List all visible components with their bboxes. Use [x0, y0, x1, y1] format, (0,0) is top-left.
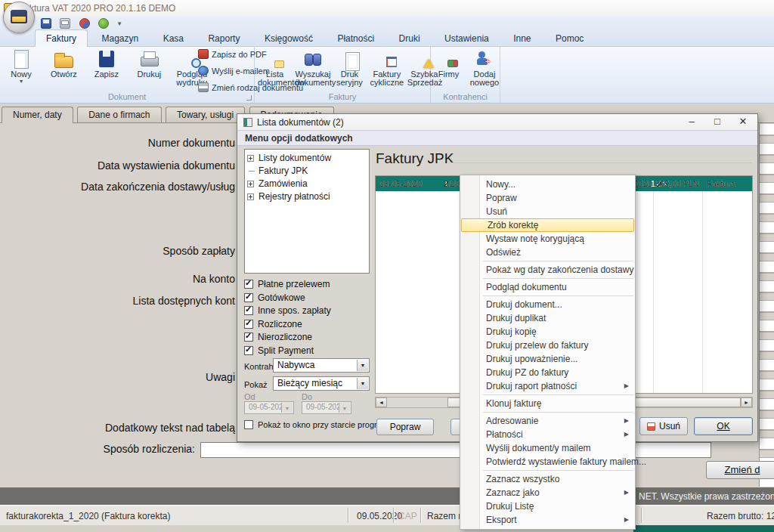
context-menu-item[interactable]: Eksport ▶ [460, 513, 635, 527]
submenu-arrow-icon: ▶ [624, 428, 629, 441]
qat-update-icon[interactable] [98, 18, 109, 29]
ribbon-button[interactable]: Dodaj nowego [468, 48, 500, 88]
ribbon-button[interactable]: Nowy ▾ [2, 48, 41, 85]
context-menu-item[interactable]: Drukuj duplikat ▶ [460, 311, 635, 325]
kontrahent-combo[interactable]: Nabywca ▼ [273, 358, 370, 373]
context-menu-item[interactable]: Nowy... ▶ [460, 178, 635, 191]
tree-item[interactable]: Listy dokumentów [245, 152, 369, 165]
filter-checkbox[interactable]: Płatne przelewem [244, 279, 373, 292]
popraw-button[interactable]: Popraw [376, 419, 434, 435]
checkbox-icon[interactable] [244, 280, 253, 289]
ribbon-tab[interactable]: Ustawienia [434, 30, 500, 48]
ribbon-button[interactable]: Firmy [432, 48, 465, 79]
app-menu-orb[interactable] [3, 2, 35, 33]
context-menu-item[interactable]: Drukuj Listę ▶ [460, 500, 635, 513]
ribbon-tab-strip: ▾ Faktury Magazyn Kasa Raporty Księgowoś… [0, 17, 774, 47]
status-separator [641, 508, 642, 523]
companies-icon [439, 49, 459, 69]
ribbon-button[interactable]: Lista dokumentów [258, 48, 292, 88]
context-menu-item[interactable]: Drukuj PZ do faktury ▶ [460, 366, 635, 379]
tree-item[interactable]: Rejestry płatności [245, 190, 369, 203]
ribbon-tab[interactable]: Płatności [327, 30, 385, 48]
checkbox-icon[interactable] [244, 420, 253, 429]
qat-save-icon[interactable] [41, 18, 51, 29]
filter-checkbox[interactable]: Inne spos. zapłaty [244, 305, 373, 319]
ok-button[interactable]: OK [694, 417, 753, 435]
ribbon-tab[interactable]: Księgowość [254, 30, 324, 48]
ribbon-button[interactable]: Zapisz ▾ [87, 48, 126, 79]
tree-item[interactable]: Faktury JPK [245, 165, 369, 178]
context-menu-item[interactable]: Drukuj kopię ▶ [460, 325, 635, 339]
ribbon-button[interactable]: Druk seryjny [333, 48, 367, 88]
checkbox-icon[interactable] [244, 293, 253, 302]
qat-print-icon[interactable] [60, 18, 70, 29]
context-menu-item[interactable]: Wyślij dokument/y mailem ▶ [460, 441, 635, 455]
context-menu-item[interactable]: Płatności ▶ [460, 428, 635, 441]
form-label: Data wystawienia dokumentu [98, 159, 235, 172]
context-menu-item[interactable]: Drukuj upoważnienie... ▶ [460, 352, 635, 366]
context-menu-item[interactable]: Klonuj fakturę ▶ [460, 397, 635, 410]
filter-checkbox[interactable]: Nierozliczone [244, 332, 373, 345]
ribbon-button[interactable]: Otwórz ▾ [44, 48, 83, 79]
ribbon-tab[interactable]: Faktury [35, 29, 88, 47]
usun-button[interactable]: Usuń [639, 417, 688, 435]
ribbon-tab[interactable]: Inne [503, 30, 541, 48]
status-razem-brutto: Razem brutto: 1230 [707, 511, 774, 521]
context-menu-item[interactable]: Odśwież ▶ [460, 246, 635, 259]
pokaz-combo[interactable]: Bieżący miesiąc ▼ [273, 376, 370, 391]
qat-customize-icon[interactable]: ▾ [118, 18, 128, 29]
context-menu-item[interactable]: Usuń ▶ [460, 205, 635, 218]
qat-badge-icon[interactable] [79, 18, 90, 29]
close-button[interactable]: ✕ [730, 114, 756, 130]
context-menu-item[interactable]: Drukuj przelew do faktury ▶ [460, 339, 635, 352]
checkbox-icon[interactable] [244, 320, 253, 329]
context-menu-item[interactable]: Drukuj raport płatności ▶ [460, 379, 635, 393]
ribbon-tab[interactable]: Pomoc [545, 30, 594, 48]
context-menu-item[interactable]: Zaznacz jako ▶ [460, 486, 635, 500]
document-tab[interactable]: Dane o firmach [77, 107, 161, 122]
dialog-launcher-icon[interactable] [246, 95, 252, 101]
context-menu-item[interactable]: Zrób korektę ▶ [461, 218, 634, 232]
context-menu-item[interactable]: Podgląd dokumentu ▶ [460, 280, 635, 294]
startup-checkbox[interactable]: Pokaż to okno przy starcie programu [244, 420, 393, 434]
checkbox-icon[interactable] [244, 306, 253, 315]
tree-expand-icon[interactable] [247, 181, 254, 187]
dialog-title-bar[interactable]: Lista dokumentów (2) – □ ✕ [237, 114, 757, 131]
ribbon-tab[interactable]: Raporty [197, 30, 250, 48]
context-menu-item[interactable]: Popraw ▶ [460, 191, 635, 205]
binoculars-icon [302, 49, 322, 69]
context-menu-item[interactable]: Adresowanie ▶ [460, 414, 635, 428]
tree-expand-icon[interactable] [247, 155, 254, 162]
document-tab[interactable]: Numer, daty [2, 107, 73, 123]
document-tab[interactable]: Towary, usługi [166, 107, 245, 122]
scroll-right-icon[interactable]: ► [741, 397, 752, 407]
dialog-menu-bar: Menu opcji dodatkowych [237, 131, 757, 146]
zmien-button[interactable]: Zmień d [706, 461, 774, 479]
ribbon-tab[interactable]: Kasa [153, 30, 194, 48]
filter-checkbox[interactable]: Split Payment [244, 345, 373, 359]
filter-checkbox[interactable]: Gotówkowe [244, 292, 373, 306]
chevron-down-icon[interactable]: ▼ [357, 378, 368, 389]
tree-item[interactable]: Zamówienia [245, 178, 369, 190]
context-menu-item[interactable]: Potwierdź wystawienie faktury mailem... … [460, 455, 635, 469]
heading-rule [447, 162, 752, 163]
checkbox-icon[interactable] [244, 346, 253, 355]
ribbon-button[interactable]: Drukuj ▾ [129, 48, 169, 79]
menu-opcji-dodatkowych[interactable]: Menu opcji dodatkowych [245, 133, 353, 144]
tree-expand-icon[interactable] [247, 193, 254, 200]
ribbon-button[interactable]: Faktury cykliczne [370, 48, 404, 88]
checkbox-icon[interactable] [244, 332, 253, 342]
maximize-button[interactable]: □ [704, 114, 730, 130]
filter-checkbox[interactable]: Rozliczone [244, 319, 373, 332]
ribbon-tab[interactable]: Druki [389, 30, 431, 48]
form-label: Data zakończenia dostawy/usług [81, 181, 235, 193]
ribbon-tab[interactable]: Magazyn [91, 30, 149, 48]
context-menu-item[interactable]: Drukuj dokument... ▶ [460, 298, 635, 311]
scroll-left-icon[interactable]: ◄ [376, 397, 387, 407]
context-menu-item[interactable]: Zaznacz wszystko ▶ [460, 472, 635, 486]
context-menu-item[interactable]: Wystaw notę korygującą ▶ [460, 232, 635, 246]
ribbon-button[interactable]: Wyszukaj dokumenty [295, 48, 329, 88]
context-menu-item[interactable]: Pokaż wg daty zakończenia dostawy ▶ [460, 263, 635, 277]
chevron-down-icon[interactable]: ▼ [357, 360, 368, 371]
minimize-button[interactable]: – [679, 114, 704, 130]
